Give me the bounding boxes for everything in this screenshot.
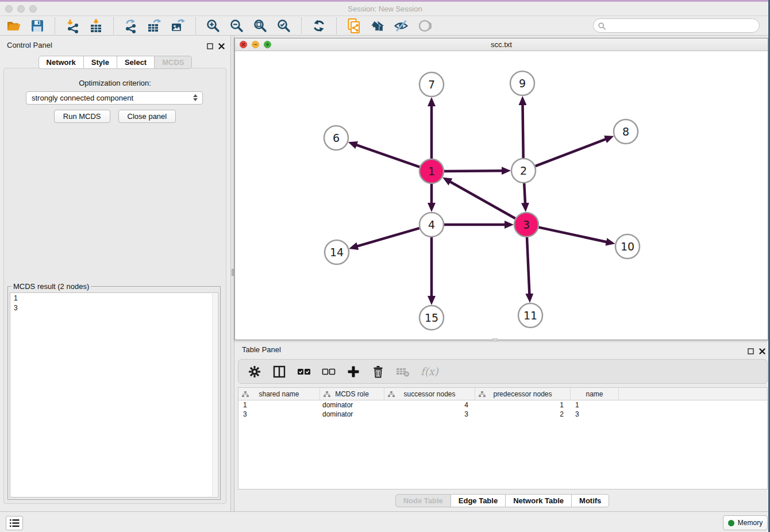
node-6[interactable]: 6 — [324, 126, 348, 150]
zoom-in-icon[interactable] — [205, 18, 221, 34]
result-scrollbar[interactable] — [212, 294, 217, 496]
table-panel-close-icon[interactable] — [759, 346, 765, 357]
edge-3-1[interactable] — [450, 182, 515, 218]
delete-column-trash-icon[interactable] — [371, 365, 385, 379]
table-cell: 1 — [475, 401, 571, 409]
delete-table-icon-disabled — [396, 365, 410, 379]
home-icon[interactable] — [369, 18, 386, 34]
table-panel-float-icon[interactable] — [748, 346, 754, 357]
panel-splitter-vertical[interactable] — [230, 36, 234, 511]
memory-label: Memory — [738, 519, 763, 527]
table-cell: 2 — [475, 410, 571, 418]
tab-motifs[interactable]: Motifs — [572, 494, 609, 507]
splitter-handle[interactable] — [232, 269, 234, 276]
table-cell: 1 — [238, 401, 320, 409]
table-panel-title: Table Panel — [242, 345, 281, 354]
table-body: 1dominator4113dominator323 — [238, 400, 767, 419]
task-history-button[interactable] — [6, 516, 23, 530]
network-canvas[interactable]: 1234678910111415 — [235, 51, 768, 340]
svg-text:7: 7 — [428, 78, 435, 91]
node-9[interactable]: 9 — [510, 71, 534, 95]
deselect-all-icon[interactable] — [322, 365, 336, 379]
svg-text:6: 6 — [333, 132, 340, 144]
import-table-icon[interactable] — [88, 18, 104, 34]
desktop-edge-top — [0, 0, 770, 2]
edge-4-14[interactable] — [357, 228, 419, 246]
control-panel-float-icon[interactable] — [207, 41, 213, 52]
function-builder-icon-disabled: f(x) — [421, 365, 438, 377]
toolbar-separator — [113, 18, 114, 34]
panel-splitter-horizontal-handle[interactable] — [492, 338, 498, 341]
criterion-select[interactable]: strongly connected component — [26, 91, 203, 105]
edge-3-10[interactable] — [539, 228, 607, 242]
edge-2-8[interactable] — [536, 139, 606, 166]
birdseye-disabled-icon[interactable] — [417, 18, 433, 34]
tab-mcds[interactable]: MCDS — [155, 56, 192, 69]
save-icon[interactable] — [29, 18, 45, 34]
node-4[interactable]: 4 — [419, 213, 444, 237]
clone-network-icon[interactable] — [346, 18, 362, 34]
node-3[interactable]: 3 — [514, 213, 538, 237]
column-header-name[interactable]: name — [571, 388, 619, 400]
edge-2-9[interactable] — [523, 105, 523, 158]
table-toolbar: f(x) — [238, 359, 768, 384]
svg-text:10: 10 — [621, 240, 634, 253]
export-image-icon[interactable] — [170, 18, 186, 34]
search-input[interactable] — [593, 18, 760, 33]
node-2[interactable]: 2 — [511, 159, 536, 183]
svg-text:14: 14 — [330, 246, 344, 259]
window-titlebar: Session: New Session — [0, 2, 770, 16]
select-all-icon[interactable] — [297, 365, 311, 379]
table-row[interactable]: 1dominator411 — [238, 400, 767, 410]
add-column-icon[interactable] — [346, 365, 360, 379]
split-panel-icon[interactable] — [272, 365, 286, 379]
tab-network-table[interactable]: Network Table — [506, 494, 572, 507]
mcds-result-group: MCDS result (2 nodes) 13 — [7, 282, 221, 500]
export-table-icon[interactable] — [147, 18, 163, 34]
node-10[interactable]: 10 — [615, 234, 640, 259]
main-toolbar — [0, 16, 770, 36]
import-network-icon[interactable] — [64, 18, 80, 34]
zoom-out-icon[interactable] — [229, 18, 245, 34]
tab-network[interactable]: Network — [38, 56, 84, 69]
edge-3-11[interactable] — [527, 237, 529, 294]
tab-node-table[interactable]: Node Table — [395, 494, 451, 507]
close-panel-button[interactable]: Close panel — [118, 110, 176, 123]
node-table[interactable]: shared nameMCDS rolesuccessor nodesprede… — [238, 387, 768, 489]
column-header-successor-nodes[interactable]: successor nodes — [384, 388, 475, 400]
toolbar-separator — [336, 18, 337, 34]
control-panel-close-icon[interactable] — [218, 41, 225, 52]
zoom-fit-icon[interactable] — [252, 18, 268, 34]
hide-panel-eye-icon[interactable] — [393, 18, 409, 34]
node-15[interactable]: 15 — [419, 306, 444, 330]
svg-text:2: 2 — [520, 164, 527, 177]
control-panel-tabs: NetworkStyleSelectMCDS — [0, 56, 230, 69]
node-7[interactable]: 7 — [419, 72, 444, 97]
node-1[interactable]: 1 — [419, 159, 444, 183]
edge-2-3[interactable] — [524, 183, 525, 203]
network-window-titlebar[interactable]: scc.txt — [235, 38, 768, 51]
column-header-shared-name[interactable]: shared name — [238, 388, 320, 400]
table-row[interactable]: 3dominator323 — [238, 410, 767, 419]
zoom-selected-icon[interactable] — [276, 18, 292, 34]
export-network-icon[interactable] — [123, 18, 139, 34]
svg-text:4: 4 — [428, 218, 435, 231]
tab-style[interactable]: Style — [84, 56, 117, 69]
open-folder-icon[interactable] — [6, 18, 22, 34]
node-14[interactable]: 14 — [325, 240, 349, 264]
column-header-predecessor-nodes[interactable]: predecessor nodes — [475, 388, 571, 400]
network-canvas-svg: 1234678910111415 — [235, 51, 768, 340]
settings-gear-icon[interactable] — [248, 365, 261, 379]
tab-edge-table[interactable]: Edge Table — [451, 494, 506, 507]
tab-select[interactable]: Select — [117, 56, 155, 69]
column-header-MCDS-role[interactable]: MCDS role — [320, 388, 384, 400]
node-11[interactable]: 11 — [518, 303, 542, 327]
memory-button[interactable]: Memory — [723, 515, 768, 530]
node-8[interactable]: 8 — [614, 119, 638, 144]
refresh-icon[interactable] — [311, 18, 327, 34]
edge-1-2[interactable] — [444, 171, 502, 171]
edge-1-6[interactable] — [356, 145, 419, 167]
mcds-result-text[interactable]: 13 — [10, 292, 218, 498]
run-mcds-button[interactable]: Run MCDS — [54, 110, 110, 123]
search-icon — [598, 22, 606, 32]
